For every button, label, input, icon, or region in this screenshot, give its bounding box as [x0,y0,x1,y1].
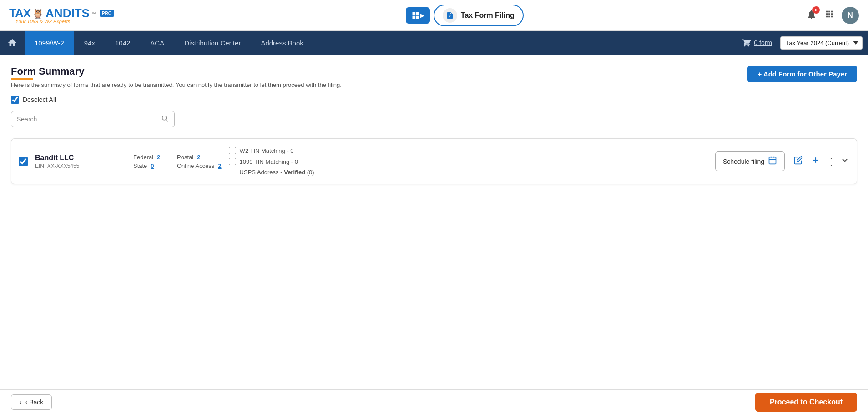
header-right: 0 N [806,7,859,24]
usps-row: USPS Address - Verified (0) [240,169,708,176]
form-summary-header: Form Summary Here is the summary of form… [11,66,857,88]
navbar-right: 0 form Tax Year 2024 (Current) Tax Year … [737,36,868,50]
payer-counts-right: Postal 2 Online Access 2 [177,154,222,169]
deselect-row: Deselect All [11,96,857,104]
state-count[interactable]: 0 [151,162,154,169]
usps-count: (0) [307,169,314,176]
nav-item-addressbook[interactable]: Address Book [251,31,313,55]
grid-icon[interactable] [824,9,834,21]
arrow-right-icon: ▶ [420,12,424,19]
usps-label: USPS Address - [240,169,283,176]
state-label: State [133,162,147,169]
payer-counts: Federal 2 State 0 [133,154,170,169]
nav-item-distribution[interactable]: Distribution Center [174,31,251,55]
tin1099-checkbox[interactable] [229,158,236,165]
add-icon[interactable] [809,154,822,169]
more-options-icon[interactable]: ⋮ [827,156,836,167]
online-access-label: Online Access [177,162,214,169]
page-description: Here is the summary of forms that are re… [11,81,342,88]
payer-row: Bandit LLC EIN: XX-XXX5455 Federal 2 Sta… [11,138,857,184]
back-label: ‹ Back [25,399,44,406]
edit-icon[interactable] [792,154,805,169]
nav-item-aca[interactable]: ACA [140,31,174,55]
state-count-row: State 0 [133,162,170,169]
online-access-count[interactable]: 2 [218,162,221,169]
header: TAX 🦉 ANDITS ™ PRO — Your 1099 & W2 Expe… [0,0,868,31]
usps-verified: Verified [284,169,305,176]
payer-actions: ⋮ [792,154,849,169]
back-button[interactable]: ‹ ‹ Back [11,394,52,410]
pro-badge: PRO [100,10,114,17]
postal-count-row: Postal 2 [177,154,222,161]
nav-item-94x[interactable]: 94x [74,31,105,55]
postal-label: Postal [177,154,193,161]
federal-label: Federal [133,154,153,161]
nav-home-icon[interactable] [0,31,25,55]
schedule-filing-button[interactable]: Schedule filing [715,151,785,171]
tin1099-label: 1099 TIN Matching - 0 [240,158,298,165]
tin1099-row: 1099 TIN Matching - 0 [229,158,708,165]
deselect-all-label: Deselect All [23,96,56,103]
online-access-count-row: Online Access 2 [177,162,222,169]
logo-owl-icon: 🦉 [32,8,44,19]
payer-name: Bandit LLC [35,154,126,162]
main-content: Form Summary Here is the summary of form… [0,55,868,414]
payer-tin-section: W2 TIN Matching - 0 1099 TIN Matching - … [229,147,708,176]
search-icon [161,114,169,124]
logo-tm: ™ [91,11,96,16]
calendar-icon [768,156,777,167]
federal-count-row: Federal 2 [133,154,170,161]
cart-label: 0 form [754,39,772,46]
tax-filing-icon [443,8,457,23]
page-title: Form Summary [11,66,342,77]
schedule-filing-label: Schedule filing [723,158,764,165]
logo-subtitle: — Your 1099 & W2 Experts — [9,19,76,24]
avatar[interactable]: N [842,7,859,24]
checkout-button[interactable]: Proceed to Checkout [755,393,857,412]
header-icon-button[interactable]: ▶ [406,7,430,24]
header-center: ▶ Tax Form Filing [123,5,806,26]
cart-button[interactable]: 0 form [737,36,777,49]
form-summary-title-area: Form Summary Here is the summary of form… [11,66,342,88]
navbar: 1099/W-2 94x 1042 ACA Distribution Cente… [0,31,868,55]
checkout-label: Proceed to Checkout [770,398,843,406]
notification-bell[interactable]: 0 [806,9,817,21]
w2-tin-checkbox[interactable] [229,147,236,154]
tax-year-select[interactable]: Tax Year 2024 (Current) Tax Year 2023 Ta… [780,36,863,50]
payer-checkbox[interactable] [19,157,28,166]
logo-area: TAX 🦉 ANDITS ™ PRO — Your 1099 & W2 Expe… [9,6,114,24]
tax-form-filing-label: Tax Form Filing [461,11,515,20]
add-form-label: + Add Form for Other Payer [757,70,847,78]
svg-rect-0 [769,157,776,164]
payer-ein: EIN: XX-XXX5455 [35,163,126,169]
add-form-button[interactable]: + Add Form for Other Payer [747,66,857,82]
federal-count[interactable]: 2 [157,154,160,161]
footer: ‹ ‹ Back Proceed to Checkout [0,389,868,414]
deselect-all-checkbox[interactable] [11,96,19,104]
search-wrap [11,111,175,127]
back-arrow-icon: ‹ [20,399,22,406]
notification-count: 0 [812,6,820,14]
search-input[interactable] [17,116,161,123]
w2-tin-label: W2 TIN Matching - 0 [240,147,294,154]
w2-tin-row: W2 TIN Matching - 0 [229,147,708,154]
postal-count[interactable]: 2 [197,154,200,161]
tax-form-filing-button[interactable]: Tax Form Filing [434,5,524,26]
nav-item-1042[interactable]: 1042 [105,31,140,55]
chevron-down-icon[interactable] [840,156,849,167]
nav-item-1099w2[interactable]: 1099/W-2 [25,31,74,55]
payer-info: Bandit LLC EIN: XX-XXX5455 [35,154,126,169]
title-underline [11,78,33,80]
